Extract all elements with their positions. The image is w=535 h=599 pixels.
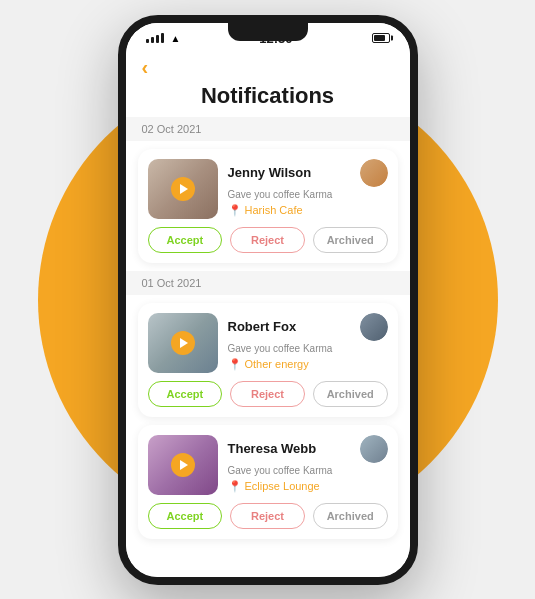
card-actions-1: Accept Reject Archived — [148, 227, 388, 253]
location-row-1: 📍 Harish Cafe — [228, 204, 388, 217]
user-name-2: Robert Fox — [228, 319, 297, 334]
play-icon-2 — [180, 338, 188, 348]
thumbnail-1[interactable] — [148, 159, 218, 219]
user-avatar-1 — [360, 159, 388, 187]
notification-card-1: Jenny Wilson Gave you coffee Karma 📍 Har… — [138, 149, 398, 263]
user-subtitle-2: Gave you coffee Karma — [228, 343, 388, 354]
signal-bar-2 — [151, 37, 154, 43]
signal-bar-4 — [161, 33, 164, 43]
wifi-icon: ▲ — [171, 33, 181, 44]
pin-icon-3: 📍 — [228, 480, 242, 493]
user-name-1: Jenny Wilson — [228, 165, 312, 180]
accept-button-3[interactable]: Accept — [148, 503, 223, 529]
reject-button-1[interactable]: Reject — [230, 227, 305, 253]
avatar-image-1 — [360, 159, 388, 187]
notification-card-3: Theresa Webb Gave you coffee Karma 📍 Ecl… — [138, 425, 398, 539]
location-text-3: Eclipse Lounge — [245, 480, 320, 492]
pin-icon-2: 📍 — [228, 358, 242, 371]
signal-bar-3 — [156, 35, 159, 43]
avatar-image-2 — [360, 313, 388, 341]
thumbnail-2[interactable] — [148, 313, 218, 373]
thumbnail-3[interactable] — [148, 435, 218, 495]
status-left: ▲ — [146, 33, 181, 44]
play-icon-3 — [180, 460, 188, 470]
status-right — [372, 33, 390, 43]
notification-card-2: Robert Fox Gave you coffee Karma 📍 Other… — [138, 303, 398, 417]
user-avatar-3 — [360, 435, 388, 463]
location-row-3: 📍 Eclipse Lounge — [228, 480, 388, 493]
archived-button-3[interactable]: Archived — [313, 503, 388, 529]
user-row-2: Robert Fox — [228, 313, 388, 341]
reject-button-2[interactable]: Reject — [230, 381, 305, 407]
card-info-2: Robert Fox Gave you coffee Karma 📍 Other… — [228, 313, 388, 371]
play-icon-1 — [180, 184, 188, 194]
phone-frame: ▲ 12:30 ‹ Notifications 02 Oct 2021 — [118, 15, 418, 585]
archived-button-2[interactable]: Archived — [313, 381, 388, 407]
card-top-1: Jenny Wilson Gave you coffee Karma 📍 Har… — [148, 159, 388, 219]
page-title: Notifications — [142, 83, 394, 109]
play-button-1[interactable] — [171, 177, 195, 201]
accept-button-2[interactable]: Accept — [148, 381, 223, 407]
card-actions-2: Accept Reject Archived — [148, 381, 388, 407]
avatar-image-3 — [360, 435, 388, 463]
location-row-2: 📍 Other energy — [228, 358, 388, 371]
date-section-1: 02 Oct 2021 — [126, 117, 410, 141]
user-row-1: Jenny Wilson — [228, 159, 388, 187]
scroll-content[interactable]: ‹ Notifications 02 Oct 2021 Jenny Wilson — [126, 50, 410, 577]
card-top-2: Robert Fox Gave you coffee Karma 📍 Other… — [148, 313, 388, 373]
play-button-2[interactable] — [171, 331, 195, 355]
card-top-3: Theresa Webb Gave you coffee Karma 📍 Ecl… — [148, 435, 388, 495]
accept-button-1[interactable]: Accept — [148, 227, 223, 253]
user-row-3: Theresa Webb — [228, 435, 388, 463]
user-name-3: Theresa Webb — [228, 441, 317, 456]
location-text-2: Other energy — [245, 358, 309, 370]
phone-notch — [228, 23, 308, 41]
date-section-2: 01 Oct 2021 — [126, 271, 410, 295]
user-avatar-2 — [360, 313, 388, 341]
page-header: ‹ Notifications — [126, 50, 410, 117]
signal-bar-1 — [146, 39, 149, 43]
archived-button-1[interactable]: Archived — [313, 227, 388, 253]
card-info-3: Theresa Webb Gave you coffee Karma 📍 Ecl… — [228, 435, 388, 493]
back-button[interactable]: ‹ — [142, 56, 394, 79]
play-button-3[interactable] — [171, 453, 195, 477]
card-actions-3: Accept Reject Archived — [148, 503, 388, 529]
user-subtitle-1: Gave you coffee Karma — [228, 189, 388, 200]
card-info-1: Jenny Wilson Gave you coffee Karma 📍 Har… — [228, 159, 388, 217]
user-subtitle-3: Gave you coffee Karma — [228, 465, 388, 476]
pin-icon-1: 📍 — [228, 204, 242, 217]
battery-icon — [372, 33, 390, 43]
location-text-1: Harish Cafe — [245, 204, 303, 216]
reject-button-3[interactable]: Reject — [230, 503, 305, 529]
